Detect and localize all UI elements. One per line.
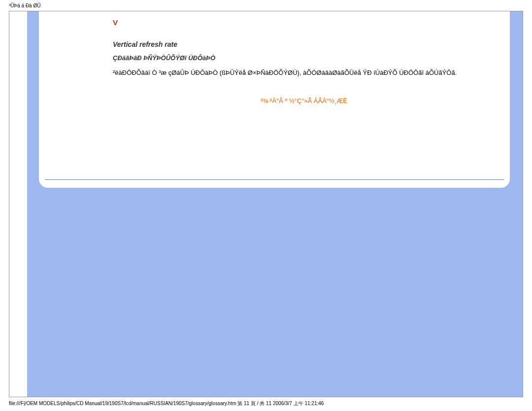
return-to-top-link[interactable]: ²¾·²À°Â º ½°Ç°»Ã ÁÂÀ°½¸ÆË: [113, 97, 495, 104]
glossary-term-subtitle: ÇÐáâÞâÐ ÞÑÝÞÒÛÕÝØï ÚÐÔàÞÒ: [113, 54, 495, 62]
glossary-section-letter: V: [113, 18, 495, 27]
page-background: V Vertical refresh rate ÇÐáâÞâÐ ÞÑÝÞÒÛÕÝ…: [27, 11, 523, 397]
glossary-term-title: Vertical refresh rate: [113, 40, 495, 48]
glossary-term-definition: ²ëàÐÖÐÕâáï Ò ³æ çØáÛÞ ÚÐÔàÞÒ (ßÞÛÝëå Ø×Þ…: [113, 68, 495, 77]
content-card: V Vertical refresh rate ÇÐáâÞâÐ ÞÑÝÞÒÛÕÝ…: [39, 11, 510, 188]
footer-file-path: file:///F|/OEM MODELS/philips/CD Manual/…: [9, 400, 324, 407]
page-frame: V Vertical refresh rate ÇÐáâÞâÐ ÞÑÝÞÒÛÕÝ…: [9, 11, 523, 397]
divider-line: [45, 179, 504, 180]
document-title-header: ³ÛÞá á Ðà ØÛ: [9, 3, 40, 8]
